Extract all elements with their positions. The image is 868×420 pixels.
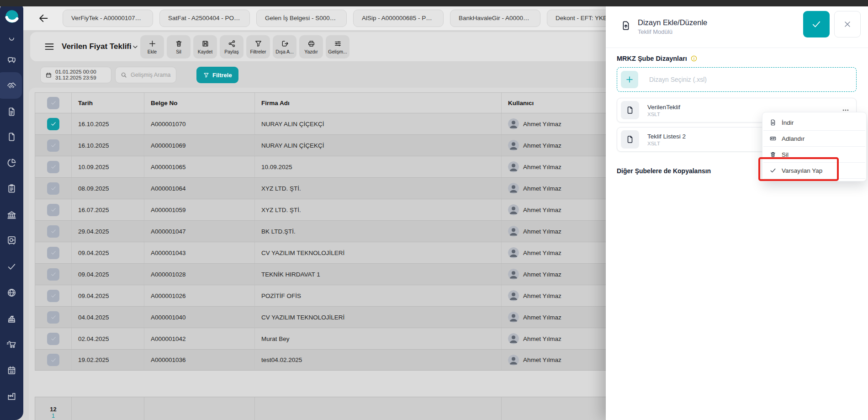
search-input[interactable] bbox=[131, 72, 171, 78]
column-header-belge-no[interactable]: Belge No bbox=[144, 93, 255, 113]
sidebar-item-globe[interactable] bbox=[0, 282, 23, 303]
row-checkbox[interactable] bbox=[47, 139, 59, 152]
yazdr-toolbar-button[interactable]: Yazdır bbox=[299, 35, 323, 58]
menu-item-i-ndir[interactable]: İndir bbox=[762, 115, 866, 130]
document-tab-1[interactable]: VerFiyTek - A000001070 - N... bbox=[63, 10, 153, 27]
date-range-picker[interactable]: 01.01.2025 00:00 31.12.2025 23:59 bbox=[40, 67, 111, 83]
cell-doc-no: A000001064 bbox=[144, 178, 255, 199]
row-check-cell bbox=[35, 221, 72, 242]
sidebar-item-document-lines[interactable] bbox=[0, 101, 23, 122]
row-checkbox[interactable] bbox=[47, 290, 59, 302]
download-icon bbox=[769, 119, 777, 126]
app-root: VerFiyTek - A000001070 - N...SatFat - A2… bbox=[0, 0, 868, 420]
check-icon bbox=[50, 335, 57, 342]
sidebar-item-people[interactable] bbox=[0, 408, 23, 420]
filter-row: 01.01.2025 00:00 31.12.2025 23:59 Filtre… bbox=[40, 67, 238, 83]
payla-toolbar-button[interactable]: Paylaş bbox=[220, 35, 243, 58]
row-checkbox[interactable] bbox=[47, 247, 59, 259]
menu-item-sil[interactable]: Sil bbox=[762, 147, 866, 162]
sidebar-item-factory[interactable] bbox=[0, 386, 23, 406]
sidebar-item-checkmark[interactable] bbox=[0, 256, 23, 276]
user-avatar-image bbox=[508, 226, 519, 237]
cell-company: NURAY ALIN ÇİÇEKÇİ bbox=[255, 135, 502, 156]
sidebar-item-shopping-cart[interactable] bbox=[0, 334, 23, 354]
menu-item-label: Sil bbox=[782, 151, 789, 158]
toolbar-button-label: Ekle bbox=[148, 49, 157, 54]
avatar bbox=[508, 290, 519, 301]
page-number[interactable]: 1 bbox=[35, 413, 71, 420]
cell-company: CV YAZILIM TEKNOLOJİLERİ bbox=[255, 242, 502, 263]
document-tab-5[interactable]: BankHavaleGir - A0000156 - ... bbox=[450, 10, 540, 27]
menu-hamburger-button[interactable] bbox=[43, 41, 55, 53]
printer-icon bbox=[307, 39, 316, 48]
row-checkbox[interactable] bbox=[47, 204, 59, 216]
row-check-cell bbox=[35, 178, 72, 199]
row-check-cell bbox=[35, 307, 72, 328]
plus-icon bbox=[625, 75, 634, 84]
daa-toolbar-button[interactable]: Dışa A... bbox=[273, 35, 296, 58]
row-checkbox[interactable] bbox=[47, 182, 59, 195]
document-lines-icon bbox=[6, 106, 17, 117]
calendar-icon bbox=[45, 72, 52, 79]
globe-icon bbox=[6, 287, 17, 298]
row-checkbox[interactable] bbox=[47, 161, 59, 173]
check-icon bbox=[50, 207, 57, 213]
row-checkbox[interactable] bbox=[47, 311, 59, 324]
row-checkbox[interactable] bbox=[47, 225, 59, 238]
menu-separator bbox=[763, 178, 865, 179]
kaydet-toolbar-button[interactable]: Kaydet bbox=[193, 35, 217, 58]
info-icon[interactable] bbox=[690, 55, 698, 62]
gelim-toolbar-button[interactable]: Gelişm... bbox=[326, 35, 349, 58]
back-button[interactable] bbox=[37, 12, 49, 24]
sidebar-item-cash-register[interactable] bbox=[0, 308, 23, 329]
sidebar-item-arc[interactable] bbox=[0, 29, 23, 49]
cell-date: 08.09.2025 bbox=[72, 178, 144, 199]
bank-icon bbox=[6, 210, 17, 220]
column-header-tarih[interactable]: Tarih bbox=[72, 93, 144, 113]
menu-item-label: Adlandır bbox=[782, 135, 804, 142]
row-checkbox[interactable] bbox=[47, 268, 59, 281]
document-tab-2[interactable]: SatFat - A2500404 - POZİTİF... bbox=[159, 10, 250, 27]
document-tab-3[interactable]: Gelen İş Belgesi - S00000013... bbox=[256, 10, 347, 27]
column-header-firma-ad-[interactable]: Firma Adı bbox=[255, 93, 502, 113]
avatar bbox=[508, 312, 519, 323]
back-arrow-icon bbox=[37, 12, 49, 24]
sidebar-item-calendar-grid[interactable] bbox=[0, 360, 23, 380]
filtreler-toolbar-button[interactable]: Filtreler bbox=[246, 35, 270, 58]
row-checkbox[interactable] bbox=[47, 333, 59, 345]
toolbar-button-label: Filtreler bbox=[250, 49, 266, 54]
select-all-cell bbox=[35, 93, 72, 113]
sidebar-item-safe[interactable] bbox=[0, 230, 23, 250]
ekle-toolbar-button[interactable]: Ekle bbox=[140, 35, 164, 58]
file-icon-tile bbox=[621, 101, 639, 119]
menu-item-adlandır[interactable]: Adlandır bbox=[762, 131, 866, 146]
menu-item-varsayılan-yap[interactable]: Varsayılan Yap bbox=[762, 163, 866, 178]
sidebar-item-chat-bubbles[interactable] bbox=[0, 50, 23, 70]
sidebar-item-clipboard[interactable] bbox=[0, 178, 23, 198]
cell-doc-no: A000001040 bbox=[144, 307, 255, 328]
sidebar-item-handshake[interactable] bbox=[0, 75, 23, 96]
sidebar-item-bank[interactable] bbox=[0, 205, 23, 225]
user-avatar-image bbox=[508, 290, 519, 301]
sidebar-item-pie-chart[interactable] bbox=[0, 153, 23, 173]
close-button[interactable] bbox=[834, 11, 861, 37]
row-checkbox[interactable] bbox=[47, 118, 59, 130]
avatar bbox=[508, 333, 519, 344]
row-checkbox[interactable] bbox=[47, 354, 59, 366]
document-tab-4[interactable]: AlSip - A000000685 - POZİTİ... bbox=[353, 10, 444, 27]
avatar bbox=[508, 161, 519, 172]
sil-toolbar-button[interactable]: Sil bbox=[167, 35, 191, 58]
check-icon bbox=[50, 185, 57, 191]
people-icon bbox=[6, 413, 17, 420]
cell-date: 09.04.2025 bbox=[72, 242, 144, 263]
add-design-button[interactable] bbox=[621, 71, 638, 88]
user-avatar-image bbox=[508, 269, 519, 280]
chevron-down-icon[interactable] bbox=[131, 43, 139, 51]
filter-apply-button[interactable]: Filtrele bbox=[196, 67, 238, 83]
design-upload-dropzone[interactable]: Dizayn Seçiniz (.xsl) bbox=[617, 67, 857, 92]
select-all-checkbox[interactable] bbox=[47, 97, 59, 109]
confirm-button[interactable] bbox=[803, 11, 830, 37]
checkmark-icon bbox=[769, 167, 777, 174]
date-to: 31.12.2025 23:59 bbox=[55, 75, 96, 80]
sidebar-item-document[interactable] bbox=[0, 127, 23, 147]
